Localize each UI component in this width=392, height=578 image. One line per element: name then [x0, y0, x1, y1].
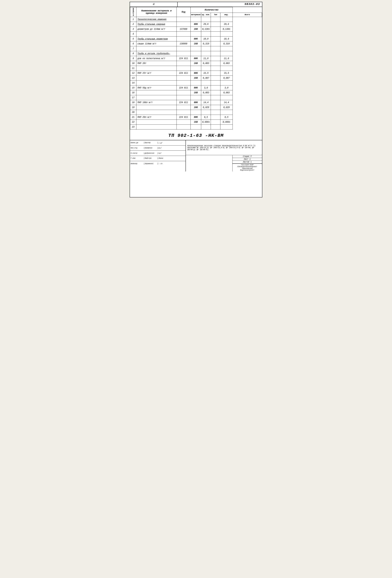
table-row: 6свыше 114мм м/т1380001680,3190,319 — [130, 42, 262, 46]
table-row: 23 — [130, 125, 262, 130]
row-vsego — [220, 51, 233, 56]
main-table: №строки Наименование материала и единица… — [130, 7, 262, 130]
row-ed — [191, 32, 201, 37]
row-vsego: 0,003 — [220, 90, 233, 95]
table-row: 18ПНП 100л м/т224 81100614,414,4 — [130, 100, 262, 105]
table-row: 191680,0290,029 — [130, 105, 262, 110]
row-name — [137, 90, 177, 95]
row-num: 19 — [130, 105, 137, 110]
stage-row: Стадия Р — [233, 155, 262, 158]
row-name — [137, 76, 177, 81]
table-row: 21ПНП 20л м/т224 8110060,50,5 — [130, 115, 262, 120]
row-num: 6 — [130, 42, 137, 46]
row-ind — [211, 105, 220, 110]
row-tip — [201, 17, 211, 22]
row-vsego: 14,4 — [220, 100, 233, 105]
row-ind — [211, 81, 220, 86]
row-name: ПНП 100л м/т — [137, 100, 177, 105]
row-ind — [211, 115, 220, 120]
row-name: дов из полиэтилена м/т — [137, 56, 177, 61]
sig-name: Майстро — [144, 157, 158, 159]
table-row: 20 — [130, 110, 262, 115]
row-tip: 0,5 — [201, 115, 211, 120]
row-num: 7 — [130, 46, 137, 51]
row-num: 8 — [130, 51, 137, 56]
row-name — [137, 32, 177, 37]
row-ind — [211, 27, 220, 32]
row-vsego: 11,0 — [220, 56, 233, 61]
table-row: 1Технологические решения — [130, 17, 262, 22]
row-tip — [201, 95, 211, 100]
row-ed: 006 — [191, 71, 201, 76]
row-name — [137, 95, 177, 100]
col-header-ed: ед. изм. — [201, 13, 211, 17]
row-ind — [211, 32, 220, 37]
sig-name: Еременко — [144, 147, 158, 149]
row-num: 18 — [130, 100, 137, 105]
row-kod: 138000 — [177, 42, 191, 46]
row-ind — [211, 95, 220, 100]
row-num: 16 — [130, 90, 137, 95]
row-ed — [191, 17, 201, 22]
row-vsego — [220, 125, 233, 130]
row-tip — [201, 81, 211, 86]
sig-role: Г.инж — [130, 157, 144, 159]
row-name: ПНП 25т м/т — [137, 71, 177, 76]
row-vsego: 0,5 — [220, 115, 233, 120]
row-num: 14 — [130, 81, 137, 86]
row-tip — [201, 110, 211, 115]
list-row: Лист 1 — [233, 158, 262, 161]
listov-row: Листов 1 — [233, 161, 262, 164]
row-name — [137, 105, 177, 110]
row-ed — [191, 46, 201, 51]
table-row: 2Трубы стальные сварные00629,629,6 — [130, 22, 262, 27]
row-ed: 168 — [191, 105, 201, 110]
row-ed — [191, 81, 201, 86]
row-num: 21 — [130, 115, 137, 120]
row-name: Трубы стальные диаметром — [137, 37, 177, 42]
row-ed: 006 — [191, 100, 201, 105]
row-ind — [211, 56, 220, 61]
sig-sign: Ланас — [158, 157, 186, 159]
row-num: 22 — [130, 120, 137, 125]
signature-row: Блинк.деБалтер↗ д/ — [130, 140, 186, 145]
row-ind — [211, 22, 220, 27]
row-kod: 224 811 — [177, 115, 191, 120]
row-num: 3 — [130, 27, 137, 32]
row-tip: 10,0 — [201, 37, 211, 42]
row-ed — [191, 51, 201, 56]
row-ed: 006 — [191, 86, 201, 90]
title-sub-desc — [186, 155, 233, 171]
row-vsego: 0,319 — [220, 42, 233, 46]
row-kod — [177, 51, 191, 56]
table-row: 7 — [130, 46, 262, 51]
signature-row: Н.контрДубровскаяку/ — [130, 151, 186, 156]
row-kod — [177, 32, 191, 37]
row-name — [137, 120, 177, 125]
row-kod — [177, 95, 191, 100]
row-tip: 11,0 — [201, 56, 211, 61]
sig-sign: ↗ д/ — [158, 142, 186, 144]
row-tip — [201, 125, 211, 130]
table-row: 221680,00010,0001 — [130, 120, 262, 125]
row-tip: 0,1301 — [201, 27, 211, 32]
row-kod — [177, 61, 191, 66]
row-vsego: 10,0 — [220, 37, 233, 42]
row-ind — [211, 110, 220, 115]
col-header-material: материала — [191, 13, 201, 17]
row-name: Технологические решения — [137, 17, 177, 22]
table-row: 5Трубы стальные диаметром00610,010,0 — [130, 37, 262, 42]
row-vsego: 0,029 — [220, 105, 233, 110]
row-vsego — [220, 46, 233, 51]
row-num: 20 — [130, 110, 137, 115]
row-tip: 29,6 — [201, 22, 211, 27]
row-ind — [211, 120, 220, 125]
row-tip: 0,007 — [201, 76, 211, 81]
row-name — [137, 125, 177, 130]
title-block: Канализационная насосная станция произво… — [186, 140, 262, 171]
col-header-quantity: Количество — [191, 7, 233, 13]
row-ind — [211, 42, 220, 46]
table-row: 15ПНП 50д м/т224 8110063,03,0 — [130, 86, 262, 90]
row-kod — [177, 46, 191, 51]
table-row: 131680,0070,007 — [130, 76, 262, 81]
